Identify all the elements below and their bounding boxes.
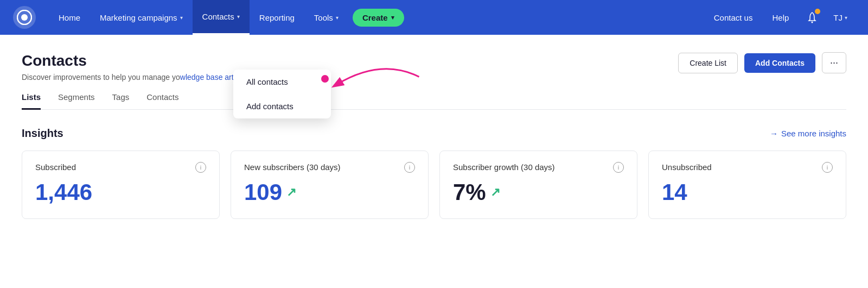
page-subtitle: Discover improvements to help you manage…: [22, 73, 247, 82]
trend-up-icon: ↗: [286, 185, 296, 199]
header-actions: Create List Add Contacts ···: [678, 52, 846, 73]
nav-items: Home Marketing campaigns ▾ Contacts ▾ Re…: [49, 0, 704, 35]
main-content: Contacts Discover improvements to help y…: [0, 35, 868, 288]
tab-tags[interactable]: Tags: [112, 92, 130, 110]
svg-point-2: [812, 22, 813, 23]
nav-home[interactable]: Home: [49, 0, 90, 35]
dropdown-add-contacts[interactable]: Add contacts: [233, 94, 331, 118]
card-label: New subscribers (30 days): [244, 162, 341, 172]
chevron-down-icon: ▾: [391, 14, 394, 21]
see-more-insights-link[interactable]: → See more insights: [770, 129, 846, 138]
card-value: 14: [662, 179, 833, 205]
more-options-button[interactable]: ···: [822, 52, 846, 73]
chevron-down-icon: ▾: [845, 15, 847, 21]
notification-dot: [815, 9, 820, 14]
nav-marketing-campaigns[interactable]: Marketing campaigns ▾: [90, 0, 193, 35]
svg-point-1: [21, 14, 28, 21]
pink-dot-annotation: [320, 74, 330, 84]
tab-contacts[interactable]: Contacts: [146, 92, 178, 110]
insight-cards: Subscribed i 1,446 New subscribers (30 d…: [22, 151, 846, 219]
nav-reporting[interactable]: Reporting: [250, 0, 304, 35]
tab-segments[interactable]: Segments: [58, 92, 95, 110]
page-title: Contacts: [22, 52, 247, 70]
trend-up-icon: ↗: [490, 185, 500, 199]
chevron-down-icon: ▾: [180, 15, 183, 21]
add-contacts-button[interactable]: Add Contacts: [744, 53, 815, 73]
chevron-down-icon: ▾: [336, 15, 339, 21]
arrow-right-icon: →: [770, 129, 778, 138]
navbar: Home Marketing campaigns ▾ Contacts ▾ Re…: [0, 0, 868, 35]
contacts-dropdown: All contacts Add contacts: [233, 70, 331, 118]
info-icon[interactable]: i: [195, 162, 206, 173]
card-value: 109 ↗: [244, 179, 415, 205]
insight-card-unsubscribed: Unsubscribed i 14: [648, 151, 846, 219]
create-button[interactable]: Create ▾: [353, 9, 404, 27]
nav-tools[interactable]: Tools ▾: [304, 0, 348, 35]
chevron-down-icon: ▾: [237, 14, 240, 20]
insight-card-subscribed: Subscribed i 1,446: [22, 151, 220, 219]
info-icon[interactable]: i: [404, 162, 415, 173]
info-icon[interactable]: i: [613, 162, 624, 173]
nav-contact-us[interactable]: Contact us: [704, 0, 763, 35]
dropdown-all-contacts[interactable]: All contacts: [233, 70, 331, 94]
nav-contacts[interactable]: Contacts ▾: [193, 0, 250, 35]
insights-header: Insights → See more insights: [22, 127, 846, 140]
card-value: 7% ↗: [453, 179, 624, 205]
page-header: Contacts Discover improvements to help y…: [22, 52, 846, 82]
nav-notification-bell[interactable]: [799, 0, 826, 35]
card-value: 1,446: [35, 179, 206, 205]
logo[interactable]: [13, 6, 36, 29]
create-list-button[interactable]: Create List: [678, 53, 738, 73]
insight-card-new-subscribers: New subscribers (30 days) i 109 ↗: [231, 151, 429, 219]
card-label: Subscribed: [35, 162, 76, 172]
insight-card-subscriber-growth: Subscriber growth (30 days) i 7% ↗: [439, 151, 637, 219]
nav-right: Contact us Help TJ ▾: [704, 0, 855, 35]
user-avatar[interactable]: TJ ▾: [826, 0, 855, 35]
tab-lists[interactable]: Lists: [22, 92, 41, 110]
nav-help[interactable]: Help: [762, 0, 799, 35]
card-label: Subscriber growth (30 days): [453, 162, 555, 172]
page-title-section: Contacts Discover improvements to help y…: [22, 52, 247, 82]
card-label: Unsubscribed: [662, 162, 712, 172]
tabs: Lists Segments Tags Contacts: [22, 92, 846, 110]
info-icon[interactable]: i: [822, 162, 833, 173]
insights-title: Insights: [22, 127, 63, 140]
